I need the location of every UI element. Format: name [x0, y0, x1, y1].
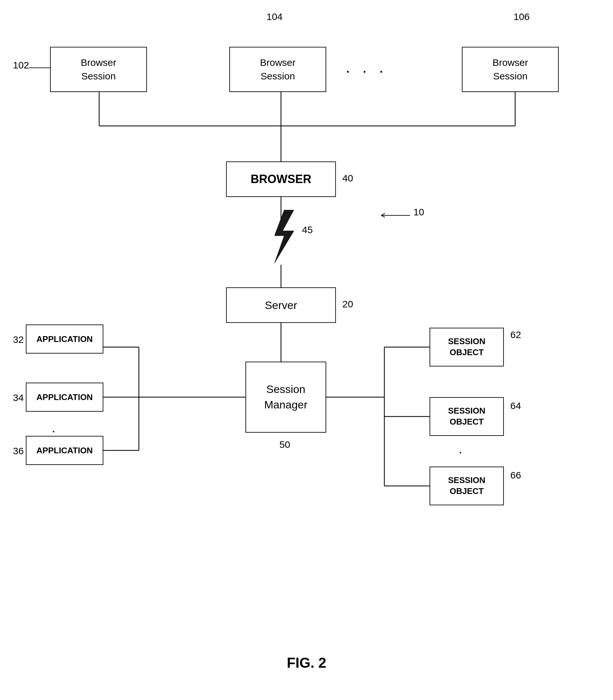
- session-object-62: SESSION OBJECT: [430, 328, 504, 367]
- ref-20: 20: [342, 299, 353, 309]
- session-object-66: SESSION OBJECT: [430, 466, 504, 505]
- application-32: APPLICATION: [26, 325, 103, 354]
- arrow-10: [381, 210, 415, 221]
- browser-session-104: Browser Session: [229, 47, 326, 92]
- browser-box: BROWSER: [226, 161, 336, 197]
- ref-66: 66: [510, 470, 521, 481]
- lightning-bolt: [260, 210, 302, 265]
- ref-36: 36: [13, 446, 24, 457]
- ref-32: 32: [13, 334, 24, 345]
- application-34: APPLICATION: [26, 383, 103, 412]
- session-manager-box: Session Manager: [246, 361, 326, 433]
- ref-64: 64: [510, 400, 521, 411]
- ref-10: 10: [414, 207, 424, 217]
- ref-104: 104: [266, 11, 283, 22]
- svg-marker-23: [275, 210, 294, 263]
- ref-34: 34: [13, 392, 24, 403]
- browser-session-106: Browser Session: [462, 47, 559, 92]
- ref-40: 40: [342, 173, 353, 184]
- ref-106: 106: [513, 11, 530, 22]
- ref-50: 50: [279, 439, 290, 450]
- ref-102: 102: [13, 60, 29, 71]
- dots-between: · · ·: [345, 61, 387, 80]
- figure-caption: FIG. 2: [287, 655, 326, 671]
- server-box: Server: [226, 287, 336, 323]
- ref-62: 62: [510, 329, 521, 340]
- ref-45: 45: [302, 224, 313, 235]
- application-36: APPLICATION: [26, 436, 103, 465]
- diagram-container: 102 Browser Session 104 Browser Session …: [0, 0, 613, 700]
- session-object-64: SESSION OBJECT: [430, 397, 504, 436]
- browser-session-102: Browser Session: [50, 47, 147, 92]
